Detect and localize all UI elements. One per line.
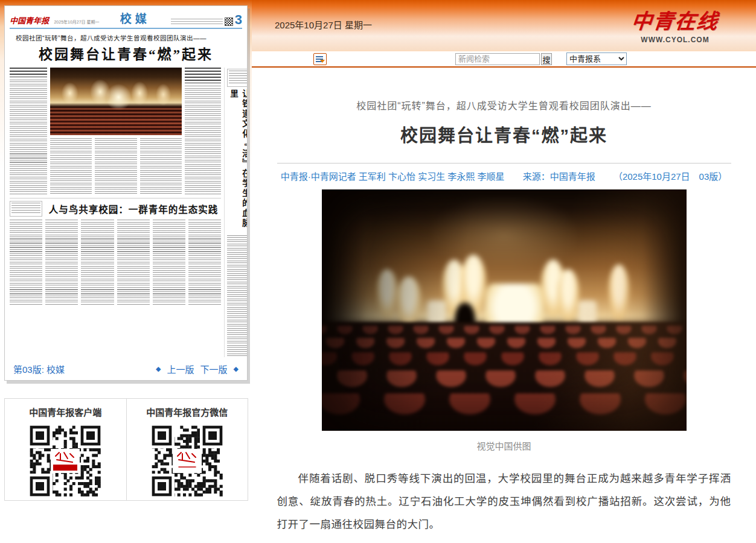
prev-arrow-icon: ◆ — [156, 365, 161, 373]
newsprint-text-block — [95, 138, 136, 194]
qr-code-wechat — [149, 423, 225, 499]
qr-cell-app: 中国青年报客户端 — [5, 399, 127, 500]
preview-kicker: 校园社团“玩转”舞台，超八成受访大学生曾观看校园团队演出—— — [16, 33, 242, 42]
qr-cell-wechat: 中国青年报官方微信 — [127, 399, 248, 500]
main-pane: 2025年10月27日 星期一 中青在线 WWW.CYOL.COM 往期回顾 2… — [252, 0, 756, 543]
search-button[interactable]: 搜 — [541, 53, 552, 65]
preview-side-headline: 让铁道文化『活』在学生的血脉里 — [227, 89, 247, 233]
article-byline: 中青报·中青网记者 王军利 卞心怡 实习生 李永熙 李顺星 来源：中国青年报 （… — [277, 170, 731, 182]
preview-stage-photo — [50, 68, 182, 135]
newspaper-logo: 中国青年报 — [10, 16, 49, 25]
paper-series-select[interactable]: 中青报系 — [566, 52, 627, 65]
qr-title-app: 中国青年报客户端 — [29, 405, 101, 418]
preview-body: 人与鸟共享校园：一群青年的生态实践 让铁 — [10, 68, 242, 357]
preview-photo-seats — [50, 108, 182, 135]
issue-list-icon[interactable] — [313, 53, 327, 65]
newspaper-masthead: 中国青年报 2025年10月27日 星期一 校媒 3 — [10, 10, 242, 29]
newsprint-text-block — [140, 138, 182, 194]
page-number: 3 — [235, 14, 242, 26]
newspaper-section-title: 校媒 — [120, 10, 150, 26]
newsprint-byline-block — [10, 201, 42, 217]
newsprint-byline-block — [227, 69, 247, 87]
prev-page-link[interactable]: 上一版 — [167, 363, 194, 375]
header-date: 2025年10月27日 星期一 — [275, 18, 372, 31]
article-body: 伴随着话剧、脱口秀等线下演出的回温，大学校园里的舞台正成为越来越多青年学子挥洒创… — [277, 467, 731, 543]
newsprint-text-block — [50, 138, 92, 194]
newsprint-text-block — [81, 220, 114, 305]
newsprint-subhead-block — [185, 68, 221, 83]
newsprint-text-block — [10, 220, 42, 305]
article-paragraph: 伴随着话剧、脱口秀等线下演出的回温，大学校园里的舞台正成为越来越多青年学子挥洒创… — [277, 467, 731, 536]
preview-second-headline: 人与鸟共享校园：一群青年的生态实践 — [46, 202, 221, 215]
preview-pager-bar: 第03版: 校媒 ◆ 上一版 下一版 ◆ — [5, 357, 247, 380]
search-input[interactable] — [455, 53, 540, 65]
newspaper-scan: 中国青年报 2025年10月27日 星期一 校媒 3 校园社团“玩转”舞台，超八… — [5, 6, 247, 357]
nav-bar: 往期回顾 2005-2010年回顾 返回目录 搜 中青报系 返回首页 — [252, 51, 756, 68]
next-arrow-icon: ◆ — [234, 365, 239, 373]
newsprint-text-block — [153, 220, 185, 305]
newspaper-preview-pane: 中国青年报 2025年10月27日 星期一 校媒 3 校园社团“玩转”舞台，超八… — [0, 0, 252, 543]
nav-back-home[interactable]: 返回首页 — [694, 53, 728, 65]
site-logo: 中青在线 WWW.CYOL.COM — [632, 5, 719, 44]
newsprint-text-block — [117, 220, 150, 305]
article-kicker: 校园社团“玩转”舞台，超八成受访大学生曾观看校园团队演出—— — [277, 98, 731, 112]
article-photo — [322, 189, 687, 431]
qr-title-wechat: 中国青年报官方微信 — [146, 405, 228, 418]
cyol-logo-text: 中青在线 — [630, 5, 720, 34]
nav-back-to-contents[interactable]: 返回目录 — [412, 53, 446, 65]
qr-code-app — [27, 423, 103, 499]
preview-headline: 校园舞台让青春“燃”起来 — [10, 43, 242, 63]
cyol-logo-url: WWW.CYOL.COM — [632, 36, 719, 44]
nav-archive-2005-2010[interactable]: 2005-2010年回顾 — [336, 53, 402, 65]
byline-reporters: 中青报·中青网记者 王军利 卞心怡 实习生 李永熙 李顺星 — [281, 171, 505, 182]
newsprint-byline-block — [10, 68, 47, 77]
qr-panel: 中国青年报客户端 中国青年报官方微信 — [4, 398, 248, 501]
newsprint-text-block — [171, 19, 223, 26]
article: 校园社团“玩转”舞台，超八成受访大学生曾观看校园团队演出—— 校园舞台让青春“燃… — [277, 98, 731, 543]
preview-second-article: 人与鸟共享校园：一群青年的生态实践 — [10, 198, 221, 305]
masthead-qr-icon — [225, 17, 233, 26]
newspaper-date: 2025年10月27日 星期一 — [54, 20, 99, 24]
page-label: 第03版: 校媒 — [13, 363, 65, 375]
photo-caption: 视觉中国供图 — [277, 439, 731, 452]
newsprint-text-block — [45, 220, 78, 305]
newsprint-text-block — [188, 220, 221, 305]
next-page-link[interactable]: 下一版 — [200, 363, 228, 375]
newsprint-text-block — [185, 86, 221, 194]
byline-source: 来源：中国青年报 — [523, 171, 595, 182]
newsprint-text-block — [227, 235, 247, 357]
nav-past-issues[interactable]: 往期回顾 — [275, 53, 309, 65]
byline-issue: （2025年10月27日 03版） — [613, 171, 727, 182]
site-header: 2025年10月27日 星期一 中青在线 WWW.CYOL.COM — [252, 0, 756, 51]
newspaper-page-preview: 中国青年报 2025年10月27日 星期一 校媒 3 校园社团“玩转”舞台，超八… — [4, 5, 248, 381]
divider — [277, 163, 731, 164]
article-title: 校园舞台让青春“燃”起来 — [277, 121, 731, 147]
newsprint-text-block — [10, 80, 47, 194]
